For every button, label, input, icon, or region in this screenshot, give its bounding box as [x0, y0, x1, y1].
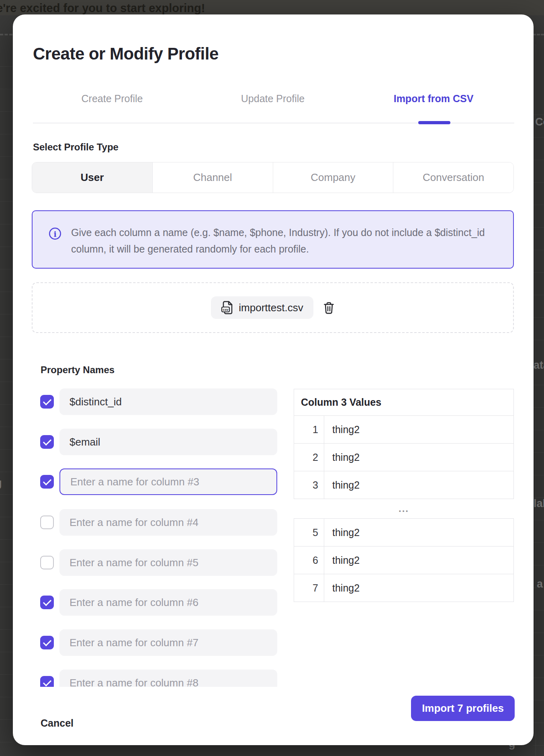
- background-table-rows: [533, 92, 544, 756]
- row-number: 6: [294, 546, 324, 574]
- uploaded-file-chip: csv importtest.csv: [211, 296, 313, 319]
- svg-text:i: i: [53, 230, 56, 238]
- property-name-input[interactable]: [59, 549, 277, 576]
- row-value: thing2: [324, 444, 513, 471]
- property-row: [40, 589, 277, 616]
- active-tab-indicator: [418, 121, 450, 124]
- column-checkbox[interactable]: [40, 636, 54, 649]
- property-name-input[interactable]: [59, 468, 277, 495]
- table-row: 1 thing2: [294, 416, 513, 443]
- row-value: thing2: [324, 471, 513, 499]
- background-text-fragment: ata: [534, 359, 544, 372]
- row-value: thing2: [324, 574, 513, 602]
- column-checkbox[interactable]: [40, 516, 54, 529]
- csv-dropzone[interactable]: csv importtest.csv: [32, 282, 514, 333]
- import-profiles-button[interactable]: Import 7 profiles: [411, 696, 515, 721]
- table-row: 7 thing2: [294, 574, 513, 602]
- segment-company[interactable]: Company: [273, 162, 394, 193]
- trash-icon: [323, 301, 335, 314]
- property-name-input[interactable]: [59, 629, 277, 656]
- column-checkbox[interactable]: [40, 395, 54, 409]
- create-or-modify-profile-modal: Create or Modify Profile Create Profile …: [13, 14, 534, 745]
- column-checkbox[interactable]: [40, 475, 54, 489]
- rows-ellipsis: ...: [294, 499, 514, 518]
- background-text-fragment: g: [0, 477, 2, 489]
- background-text-fragment: a: [537, 578, 543, 590]
- background-divider: [0, 34, 12, 35]
- tab-update-profile[interactable]: Update Profile: [192, 87, 353, 110]
- csv-file-icon: csv: [221, 300, 233, 315]
- segment-user[interactable]: User: [32, 162, 153, 193]
- row-value: thing2: [324, 546, 513, 574]
- property-row: [40, 549, 277, 576]
- property-row: [40, 629, 277, 656]
- property-name-input[interactable]: [59, 509, 277, 536]
- background-column-line: [536, 44, 536, 756]
- column-checkbox[interactable]: [40, 596, 54, 609]
- row-number: 1: [294, 416, 324, 443]
- values-table-bottom-group: 5 thing2 6 thing2 7 thing2: [294, 518, 514, 602]
- table-row: 2 thing2: [294, 443, 513, 471]
- info-banner-text: Give each column a name (e.g. $name, $ph…: [71, 224, 489, 257]
- property-row: [40, 670, 277, 687]
- property-row: [40, 429, 277, 455]
- property-row: [40, 509, 277, 536]
- row-number: 7: [294, 574, 324, 602]
- scrollable-mapping-area[interactable]: Property Names: [13, 357, 534, 687]
- modal-tabs: Create Profile Update Profile Import fro…: [32, 87, 514, 110]
- row-number: 3: [294, 471, 324, 499]
- background-text-fragment: Col: [535, 116, 544, 128]
- column-checkbox[interactable]: [40, 556, 54, 569]
- row-value: thing2: [324, 416, 513, 443]
- tab-import-from-csv[interactable]: Import from CSV: [353, 87, 514, 110]
- property-name-input[interactable]: [59, 429, 277, 455]
- column-values-preview-table: Column 3 Values 1 thing2 2 thing2 3 thin…: [294, 389, 514, 602]
- background-divider: [533, 34, 544, 35]
- info-banner: i Give each column a name (e.g. $name, $…: [32, 210, 514, 269]
- background-banner: e're excited for you to start exploring!: [0, 0, 544, 15]
- column-checkbox[interactable]: [40, 676, 54, 687]
- profile-type-label: Select Profile Type: [33, 142, 119, 153]
- table-row: 6 thing2: [294, 546, 513, 574]
- table-row: 3 thing2: [294, 471, 513, 499]
- column-checkbox[interactable]: [40, 435, 54, 449]
- row-number: 5: [294, 519, 324, 546]
- svg-text:csv: csv: [223, 308, 229, 312]
- property-name-input[interactable]: [59, 589, 277, 616]
- row-value: thing2: [324, 519, 513, 546]
- background-text-fragment: lab: [534, 497, 544, 510]
- info-icon: i: [48, 227, 62, 242]
- profile-type-segmented-control: User Channel Company Conversation: [32, 162, 514, 193]
- page-title: Create or Modify Profile: [33, 44, 219, 64]
- uploaded-file-name: importtest.csv: [239, 302, 303, 314]
- segment-conversation[interactable]: Conversation: [393, 162, 513, 193]
- table-row: 5 thing2: [294, 519, 513, 546]
- background-table-rows: [0, 44, 12, 756]
- cancel-button[interactable]: Cancel: [41, 717, 74, 729]
- values-table-header: Column 3 Values: [294, 389, 514, 416]
- property-row: [40, 468, 277, 495]
- banner-text: e're excited for you to start exploring!: [0, 2, 205, 15]
- remove-file-button[interactable]: [323, 301, 335, 314]
- property-name-input[interactable]: [59, 388, 277, 415]
- property-name-input[interactable]: [59, 670, 277, 687]
- property-row: [40, 388, 277, 415]
- property-names-heading: Property Names: [41, 364, 115, 376]
- tab-create-profile[interactable]: Create Profile: [32, 87, 192, 110]
- values-table-top-group: 1 thing2 2 thing2 3 thing2: [294, 416, 514, 499]
- row-number: 2: [294, 444, 324, 471]
- segment-channel[interactable]: Channel: [153, 162, 273, 193]
